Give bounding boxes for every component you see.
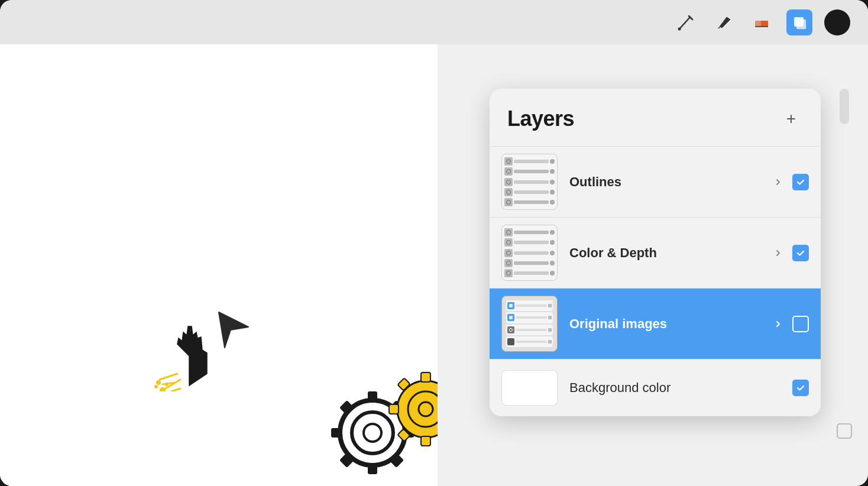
- layer-item-color-depth[interactable]: Color & Depth: [490, 217, 821, 288]
- layer-chevron-color-depth: [771, 246, 785, 260]
- svg-point-28: [419, 402, 433, 416]
- svg-rect-23: [390, 453, 404, 468]
- thumb-icon: [504, 259, 513, 267]
- layers-header: Layers +: [490, 106, 821, 146]
- svg-line-8: [160, 374, 177, 380]
- svg-rect-2: [761, 21, 768, 27]
- layer-checkbox-original-images[interactable]: [792, 316, 809, 332]
- arrow-illustration: [213, 306, 260, 356]
- svg-rect-30: [421, 436, 430, 446]
- toolbar: [0, 0, 868, 44]
- svg-point-17: [364, 424, 381, 442]
- gears-illustration: [296, 338, 438, 486]
- pen-tool[interactable]: [711, 9, 737, 35]
- thumb-icon: [504, 269, 513, 277]
- svg-point-50: [507, 241, 511, 245]
- svg-rect-55: [509, 316, 513, 319]
- svg-rect-29: [421, 372, 430, 382]
- svg-rect-19: [368, 464, 377, 474]
- canvas-content: [0, 44, 438, 486]
- svg-point-0: [678, 27, 681, 30]
- svg-point-16: [352, 412, 393, 453]
- layer-thumbnail-color-depth: [501, 225, 558, 281]
- thumb-icon: [504, 157, 513, 166]
- svg-line-9: [171, 388, 180, 391]
- svg-point-48: [507, 200, 511, 205]
- layer-chevron-outlines: [771, 175, 785, 189]
- layers-panel: Layers +: [490, 89, 821, 416]
- layers-tool[interactable]: [786, 9, 812, 35]
- svg-rect-20: [331, 428, 342, 438]
- background-color-swatch: [501, 370, 558, 406]
- thumb-icon: [504, 178, 513, 186]
- paintbrush-tool[interactable]: [673, 9, 699, 35]
- layer-thumbnail-original-images: [501, 296, 558, 352]
- background-color-label: Background color: [569, 380, 792, 396]
- layer-thumbnail-outlines: [501, 154, 558, 210]
- scrollbar-area: [838, 89, 850, 439]
- svg-rect-54: [509, 304, 513, 307]
- svg-marker-6: [219, 312, 248, 348]
- add-layer-button[interactable]: +: [779, 107, 803, 131]
- svg-rect-18: [368, 391, 377, 402]
- thumb-icon: [504, 198, 513, 206]
- layer-item-background-color[interactable]: Background color: [490, 359, 821, 416]
- svg-point-11: [160, 387, 166, 391]
- layer-checkbox-background-color[interactable]: [792, 380, 809, 396]
- layer-checkbox-outlines[interactable]: [792, 174, 809, 190]
- canvas-area: Layers +: [0, 0, 868, 486]
- svg-point-49: [507, 230, 511, 234]
- thumb-icon: [504, 249, 513, 257]
- svg-point-46: [507, 180, 511, 184]
- thumb-icon: [504, 228, 513, 236]
- eraser-tool[interactable]: [749, 9, 775, 35]
- thumb-icon: [504, 238, 513, 247]
- thumb-icon: [504, 167, 513, 176]
- layer-checkbox-color-depth[interactable]: [792, 245, 809, 261]
- layer-name-original-images: Original images: [569, 316, 771, 332]
- thumb-icon: [504, 188, 513, 196]
- svg-point-53: [507, 271, 511, 276]
- layer-chevron-original-images: [771, 317, 785, 331]
- scroll-handle-1[interactable]: [840, 89, 849, 124]
- svg-point-14: [165, 383, 169, 386]
- svg-point-52: [507, 261, 511, 265]
- svg-point-47: [507, 190, 511, 194]
- svg-rect-31: [389, 404, 399, 414]
- svg-rect-5: [796, 20, 806, 29]
- layer-name-color-depth: Color & Depth: [569, 245, 771, 261]
- layers-title: Layers: [507, 106, 574, 131]
- svg-point-45: [507, 170, 511, 174]
- layer-name-outlines: Outlines: [569, 174, 771, 190]
- svg-point-51: [507, 251, 511, 255]
- scroll-checkbox[interactable]: [837, 423, 852, 439]
- svg-point-13: [154, 385, 158, 388]
- layer-item-original-images[interactable]: Original images: [490, 288, 821, 359]
- color-swatch[interactable]: [824, 9, 850, 35]
- svg-point-12: [156, 380, 161, 385]
- svg-rect-22: [339, 400, 354, 414]
- layer-item-outlines[interactable]: Outlines: [490, 146, 821, 217]
